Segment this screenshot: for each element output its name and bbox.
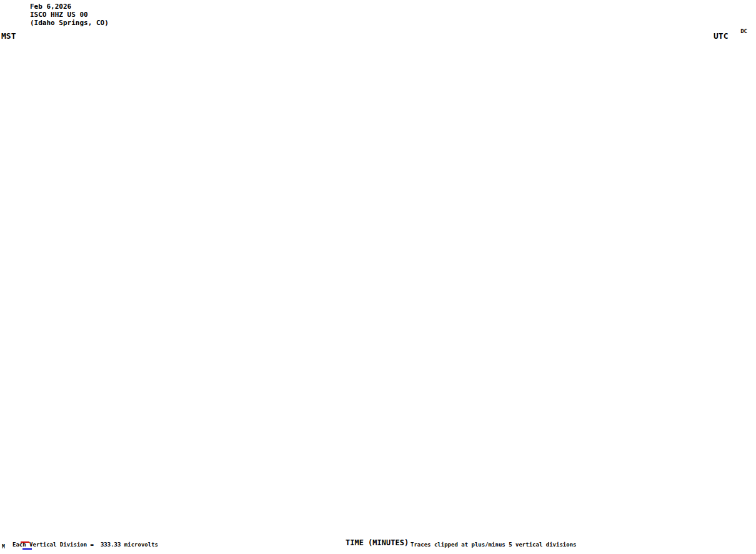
header-station: ISCO HHZ US 00 xyxy=(30,11,88,19)
scale-note: Each Vertical Division = 333.33 microvol… xyxy=(12,541,158,548)
left-timezone-label: MST xyxy=(1,31,16,41)
clip-note: Traces clipped at plus/minus 5 vertical … xyxy=(410,541,577,548)
seismogram-plot xyxy=(32,29,707,527)
header-location: (Idaho Springs, CO) xyxy=(30,19,109,27)
blue-underline-artifact xyxy=(22,548,32,550)
red-overline-artifact xyxy=(21,541,29,543)
header-date: Feb 6,2026 xyxy=(30,3,71,11)
x-axis-title: TIME (MINUTES) xyxy=(346,538,409,547)
corner-logo: M xyxy=(2,544,5,550)
dc-column-header: DC xyxy=(722,28,747,34)
helicorder-page: Feb 6,2026 ISCO HHZ US 00 (Idaho Springs… xyxy=(0,0,756,554)
x-axis-ticks xyxy=(32,527,707,535)
